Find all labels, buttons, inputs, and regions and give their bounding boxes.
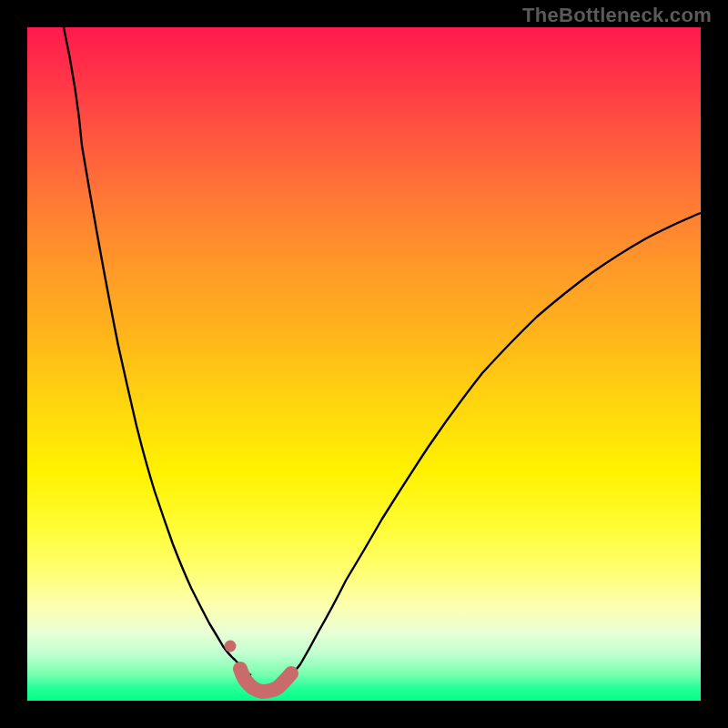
flat-bottom-highlight — [240, 669, 291, 692]
watermark-label: TheBottleneck.com — [522, 4, 712, 27]
right-rising-curve — [289, 213, 701, 675]
left-falling-curve — [64, 27, 251, 675]
curve-svg — [27, 27, 701, 701]
highlight-dot — [225, 641, 237, 652]
plot-area — [27, 27, 701, 701]
chart-frame: TheBottleneck.com — [0, 0, 728, 728]
